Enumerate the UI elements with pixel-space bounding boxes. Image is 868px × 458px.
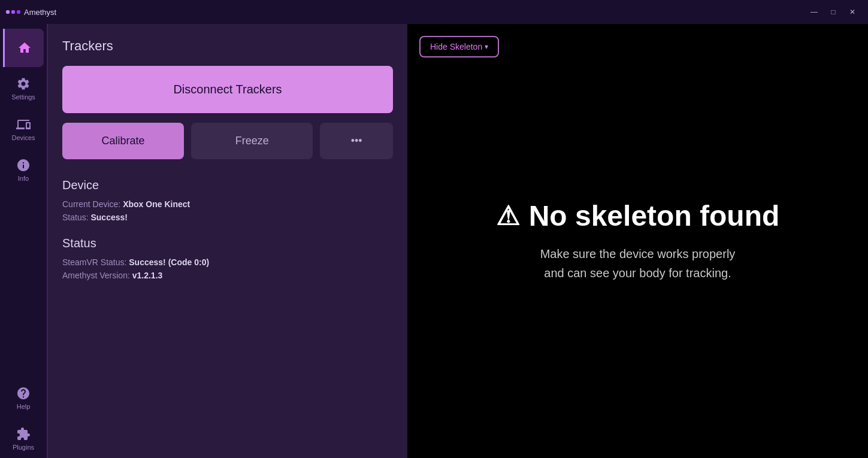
sidebar-item-devices[interactable]: Devices [3,110,44,148]
sidebar: Settings Devices Info Help Plugins [0,24,48,458]
dot-2 [11,10,15,14]
device-section: Device Current Device: Xbox One Kinect S… [62,178,393,222]
chevron-down-icon: ▾ [485,43,488,51]
sidebar-item-settings[interactable]: Settings [3,69,44,108]
status-row: Status: Success! [62,213,393,222]
help-label: Help [17,403,31,410]
status-section: Status SteamVR Status: Success! (Code 0:… [62,236,393,280]
minimize-button[interactable]: — [806,4,822,20]
sidebar-item-plugins[interactable]: Plugins [3,420,44,458]
home-icon [17,41,32,55]
no-skeleton-container: ⚠ No skeleton found Make sure the device… [419,36,856,446]
trackers-title: Trackers [62,38,393,54]
right-panel: Hide Skeleton ▾ ⚠ No skeleton found Make… [407,24,868,458]
amethyst-version-row: Amethyst Version: v1.2.1.3 [62,271,393,280]
plugins-label: Plugins [13,444,34,451]
info-icon [16,158,31,172]
sidebar-item-info[interactable]: Info [3,151,44,189]
info-label: Info [18,175,29,182]
device-section-title: Device [62,178,393,192]
calibrate-button[interactable]: Calibrate [62,123,184,159]
hide-skeleton-button[interactable]: Hide Skeleton ▾ [419,36,499,57]
settings-icon [16,77,31,91]
status-value: Success! [90,213,127,222]
more-button[interactable]: ••• [320,123,393,159]
window-controls: — □ ✕ [806,4,861,20]
no-skeleton-subtitle-line1: Make sure the device works properly [540,244,736,263]
no-skeleton-title-text: No skeleton found [529,199,780,232]
steamvr-status-row: SteamVR Status: Success! (Code 0:0) [62,257,393,267]
steamvr-status-label: SteamVR Status: [62,257,126,267]
amethyst-version-label: Amethyst Version: [62,271,130,280]
dot-3 [17,10,20,14]
no-skeleton-subtitle-line2: and can see your body for tracking. [540,263,736,283]
warning-icon: ⚠ [496,201,519,231]
maximize-button[interactable]: □ [825,4,842,20]
sidebar-item-help[interactable]: Help [3,379,44,417]
sidebar-item-home[interactable] [3,29,44,67]
app-title: Amethyst [24,8,56,17]
no-skeleton-title: ⚠ No skeleton found [496,199,780,232]
titlebar: Amethyst — □ ✕ [0,0,868,24]
plugins-icon [16,427,31,441]
amethyst-version-value: v1.2.1.3 [132,271,163,280]
help-icon [16,386,31,401]
status-section-title: Status [62,236,393,250]
no-skeleton-subtitle: Make sure the device works properly and … [540,244,736,283]
left-panel: Trackers Disconnect Trackers Calibrate F… [48,24,407,458]
steamvr-status-value: Success! (Code 0:0) [129,257,209,267]
close-button[interactable]: ✕ [844,4,861,20]
settings-label: Settings [11,93,35,101]
app-icon [7,6,19,18]
current-device-row: Current Device: Xbox One Kinect [62,199,393,209]
current-device-value: Xbox One Kinect [123,199,190,209]
disconnect-trackers-button[interactable]: Disconnect Trackers [62,66,393,113]
freeze-button[interactable]: Freeze [191,123,313,159]
dot-1 [6,10,10,14]
action-buttons: Calibrate Freeze ••• [62,123,393,159]
devices-label: Devices [11,134,35,141]
current-device-label: Current Device: [62,199,120,209]
hide-skeleton-label: Hide Skeleton [430,42,482,51]
devices-icon [16,117,31,132]
content-area: Trackers Disconnect Trackers Calibrate F… [48,24,868,458]
app-body: Settings Devices Info Help Plugins [0,24,868,458]
status-label: Status: [62,213,89,222]
